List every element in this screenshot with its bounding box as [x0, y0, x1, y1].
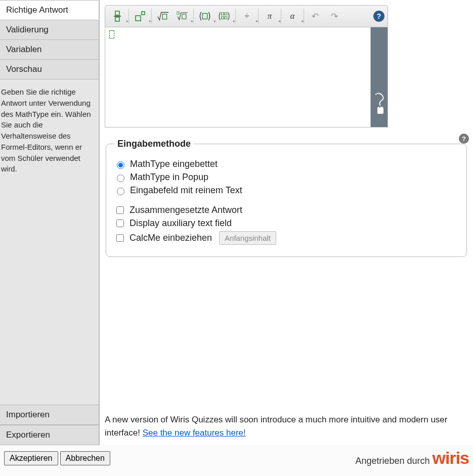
svg-rect-6: [177, 12, 179, 14]
svg-rect-8: [202, 14, 207, 19]
redo-button[interactable]: ↷: [325, 8, 343, 25]
dropdown-icon: ▸: [191, 19, 193, 23]
radio-label: MathType eingebettet: [130, 159, 218, 169]
radio-input[interactable]: [117, 161, 124, 169]
checkbox-input[interactable]: [116, 220, 124, 227]
checkbox-label: CalcMe einbeziehen: [130, 233, 212, 243]
brand-logo: wiris: [433, 450, 469, 466]
input-method-section: ? Eingabemethode MathType eingebettet Ma…: [105, 139, 468, 257]
powered-label: Angetrieben durch: [355, 456, 429, 466]
matrix-icon: [219, 10, 230, 22]
checkbox-label: Display auxiliary text field: [130, 218, 232, 229]
powered-by: Angetrieben durch wiris: [355, 450, 469, 466]
toolbar-help-icon[interactable]: ?: [373, 11, 384, 22]
tab-variablen[interactable]: Variablen: [0, 40, 99, 60]
sidebar: Richtige Antwort Validierung Variablen V…: [0, 0, 100, 445]
editor-cursor-icon: [109, 30, 114, 38]
main-panel: ▸ ▸: [100, 0, 473, 445]
radio-plaintext[interactable]: Eingabefeld mit reinem Text: [114, 185, 458, 196]
mathtype-editor[interactable]: [105, 27, 371, 127]
tab-vorschau[interactable]: Vorschau: [0, 60, 99, 79]
alpha-button[interactable]: α ▸: [283, 8, 302, 25]
mathtype-toolbar: ▸ ▸: [105, 5, 388, 27]
cancel-button[interactable]: Abbrechen: [60, 451, 110, 465]
radio-label: MathType in Popup: [130, 172, 208, 183]
checkbox-label: Zusammengesetzte Antwort: [130, 205, 242, 215]
svg-rect-9: [222, 13, 224, 15]
radio-mathtype-popup[interactable]: MathType in Popup: [114, 172, 458, 183]
dropdown-icon: ▸: [149, 19, 151, 23]
undo-icon: ↶: [312, 11, 319, 22]
undo-button[interactable]: ↶: [306, 8, 324, 25]
division-icon: ÷: [244, 11, 249, 21]
radio-input[interactable]: [117, 188, 124, 195]
alpha-icon: α: [290, 11, 295, 21]
parentheses-icon: [199, 11, 210, 22]
sqrt-button[interactable]: [154, 8, 172, 25]
svg-rect-4: [142, 12, 145, 15]
tab-importieren[interactable]: Importieren: [0, 405, 99, 425]
tab-validierung[interactable]: Validierung: [0, 20, 99, 40]
redo-icon: ↷: [331, 11, 338, 22]
dropdown-icon: ▸: [233, 19, 235, 23]
svg-rect-5: [162, 14, 166, 19]
svg-rect-7: [182, 14, 186, 19]
nroot-icon: [177, 11, 188, 22]
handwriting-handle[interactable]: [371, 27, 388, 127]
section-legend: Eingabemethode: [114, 139, 194, 149]
checkbox-input[interactable]: [116, 206, 124, 214]
initial-content-button: Anfangsinhalt: [219, 231, 276, 245]
fraction-icon: [113, 10, 121, 22]
division-button[interactable]: ÷ ▸: [238, 8, 256, 25]
svg-rect-12: [225, 17, 227, 19]
radio-mathtype-embedded[interactable]: MathType eingebettet: [114, 159, 458, 169]
sqrt-icon: [157, 11, 168, 22]
svg-rect-0: [115, 11, 119, 15]
parentheses-button[interactable]: ▸: [196, 8, 214, 25]
dropdown-icon: ▸: [279, 19, 281, 23]
hand-icon: [373, 93, 385, 115]
svg-rect-10: [225, 13, 227, 15]
nroot-button[interactable]: ▸: [173, 8, 191, 25]
dropdown-icon: ▸: [302, 19, 304, 23]
version-notice: A new version of Wiris Quizzes will soon…: [105, 413, 468, 439]
svg-rect-3: [136, 16, 141, 21]
radio-input[interactable]: [117, 175, 124, 182]
check-compound-answer[interactable]: Zusammengesetzte Antwort: [114, 205, 458, 215]
checkbox-input[interactable]: [116, 234, 124, 242]
pi-icon: π: [268, 11, 272, 21]
footer: Akzeptieren Abbrechen Angetrieben durch …: [0, 445, 473, 469]
sidebar-bottom: Importieren Exportieren: [0, 405, 99, 445]
check-aux-text[interactable]: Display auxiliary text field: [114, 218, 458, 229]
dropdown-icon: ▸: [256, 19, 258, 23]
matrix-button[interactable]: ▸: [215, 8, 233, 25]
superscript-icon: [135, 11, 146, 22]
fraction-button[interactable]: ▸: [108, 8, 126, 25]
tab-exportieren[interactable]: Exportieren: [0, 425, 99, 445]
svg-rect-2: [115, 17, 119, 21]
tab-richtige-antwort[interactable]: Richtige Antwort: [0, 0, 99, 20]
notice-link[interactable]: See the new features here!: [143, 428, 246, 438]
pi-button[interactable]: π ▸: [261, 8, 279, 25]
sidebar-help-text: Geben Sie die richtige Antwort unter Ver…: [0, 79, 99, 179]
section-help-icon[interactable]: ?: [459, 134, 469, 144]
radio-label: Eingabefeld mit reinem Text: [130, 185, 242, 196]
superscript-button[interactable]: ▸: [131, 8, 149, 25]
dropdown-icon: ▸: [126, 19, 128, 23]
accept-button[interactable]: Akzeptieren: [4, 451, 58, 465]
check-calcme[interactable]: CalcMe einbeziehen Anfangsinhalt: [114, 231, 458, 245]
svg-rect-11: [222, 17, 224, 19]
